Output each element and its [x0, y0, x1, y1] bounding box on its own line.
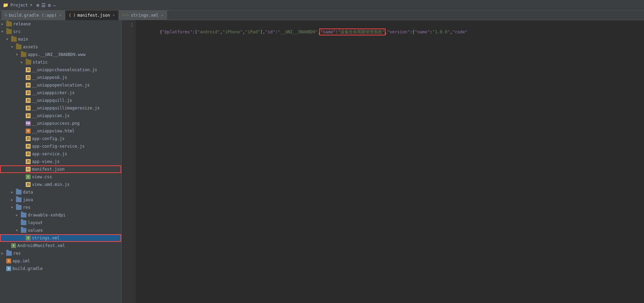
tab-strings-xml[interactable]: </> strings.xml ✕	[119, 10, 167, 20]
tree-label-uniappsuccess: __uniappsuccess.png	[32, 121, 80, 126]
tree-item-uniappopenloc[interactable]: JS__uniappopenlocation.js	[0, 81, 121, 89]
tree-item-manifest-file[interactable]: {}manifest.json	[0, 165, 121, 173]
json-name-val: "设备生命周期管理系统"	[338, 30, 385, 34]
tree-item-uniappes6[interactable]: JS__uniappes6.js	[0, 74, 121, 81]
tree-item-main[interactable]: ▼main	[0, 35, 121, 43]
folder-icon-res-top	[6, 251, 12, 256]
folder-icon-src	[6, 29, 12, 34]
folder-icon-data-folder	[16, 190, 22, 195]
folder-icon-values-folder	[21, 228, 26, 233]
folder-icon-layout-folder	[21, 220, 26, 225]
folder-icon-main	[11, 37, 17, 42]
json-platforms-key: "@platforms"	[162, 30, 192, 34]
json-arr-close: ]	[260, 30, 263, 34]
tree-label-apps-folder: apps.__UNI__3BA0BD9.www	[28, 52, 85, 57]
tree-arrow-values-folder: ▼	[16, 229, 21, 232]
tree-item-viewcss[interactable]: Cview.css	[0, 173, 121, 181]
tree-item-assets[interactable]: ▼assets	[0, 43, 121, 51]
tree-item-app-iml[interactable]: Iapp.iml	[0, 257, 121, 265]
tree-item-data-folder[interactable]: ▶data	[0, 188, 121, 196]
tree-arrow-data-folder: ▶	[11, 190, 16, 194]
tree-item-build-gradle-file[interactable]: Gbuild.gradle	[0, 265, 121, 272]
tree-item-uniappquillimageresize[interactable]: JS__uniappquillimageresize.js	[0, 104, 121, 112]
line-numbers: 1	[122, 20, 135, 303]
tree-label-appconfigservice: app-config-service.js	[32, 144, 85, 149]
json-iphone: "iPhone"	[222, 30, 242, 34]
tree-arrow-src: ▼	[1, 30, 6, 33]
tree-item-appconfig[interactable]: JSapp-config.js	[0, 135, 121, 142]
folder-icon-release	[6, 22, 12, 26]
tree-label-res-top: res	[13, 251, 21, 256]
tree-item-uniappscan[interactable]: JS__uniappscan.js	[0, 112, 121, 120]
tree-label-layout-folder: layout	[28, 220, 43, 225]
minimize-icon[interactable]: —	[53, 2, 56, 8]
tree-item-strings-file[interactable]: Xstrings.xml	[0, 234, 121, 242]
tree-item-values-folder[interactable]: ▼values	[0, 227, 121, 234]
file-icon-appconfigservice: JS	[26, 144, 31, 149]
tree-item-src[interactable]: ▼src	[0, 28, 121, 35]
tree-item-java-folder[interactable]: ▶java	[0, 196, 121, 204]
tab-build-gradle-close[interactable]: ✕	[59, 13, 61, 17]
tree-item-res-top[interactable]: ▶res	[0, 249, 121, 257]
json-name-key: "name"	[320, 30, 335, 34]
tree-arrow-res-top: ▶	[1, 252, 6, 255]
json-android: "android"	[197, 30, 220, 34]
tree-item-appservice[interactable]: JSapp-service.js	[0, 150, 121, 158]
tree-item-uniappquill[interactable]: JS__uniappquill.js	[0, 97, 121, 104]
folder-icon-drawable	[21, 213, 26, 218]
tree-label-androidmanifest: AndroidManifest.xml	[17, 243, 65, 248]
tree-label-strings-file: strings.xml	[32, 236, 59, 240]
json-version-open: {	[412, 30, 415, 34]
tree-item-release[interactable]: ▶release	[0, 20, 121, 28]
json-ver-name-key: "name"	[415, 30, 430, 34]
tab-manifest-json-close[interactable]: ✕	[113, 13, 115, 17]
xml-icon: </>	[122, 13, 129, 17]
tab-build-gradle[interactable]: G build.gradle (:app) ✕	[1, 10, 65, 20]
tree-label-appconfig: app-config.js	[32, 136, 65, 141]
file-icon-uniappchloc: JS	[26, 67, 31, 72]
gradle-icon: G	[5, 13, 7, 17]
json-id-val: "__UNI__3BA0BD9"	[278, 30, 318, 34]
json-ipad: "iPad"	[245, 30, 260, 34]
tree-item-uniappsuccess[interactable]: PNG__uniappsuccess.png	[0, 120, 121, 127]
tree-item-uniappview[interactable]: H__uniappview.html	[0, 127, 121, 135]
tab-manifest-json[interactable]: { } manifest.json ✕	[65, 10, 119, 20]
tree-item-res-folder[interactable]: ▼res	[0, 204, 121, 211]
tree-arrow-apps-folder: ▼	[16, 53, 21, 56]
line-number-1: 1	[124, 22, 133, 28]
tab-strings-xml-label: strings.xml	[131, 13, 158, 18]
file-icon-appview: JS	[26, 159, 31, 164]
tree-item-viewumd[interactable]: JSview.umd.min.js	[0, 181, 121, 188]
tree-arrow-main: ▼	[6, 38, 11, 41]
tree-label-static: static	[33, 60, 48, 65]
tree-label-res-folder: res	[23, 205, 31, 210]
file-icon-appservice: JS	[26, 152, 31, 156]
tab-strings-xml-close[interactable]: ✕	[161, 13, 163, 17]
tree-item-appview[interactable]: JSapp-view.js	[0, 158, 121, 165]
code-editor[interactable]: {"@platforms":["android","iPhone","iPad"…	[135, 20, 644, 303]
collapse-icon[interactable]: ☰	[41, 2, 46, 8]
file-icon-viewcss: C	[26, 174, 31, 179]
settings-icon[interactable]: ⚙	[48, 2, 51, 8]
tree-item-drawable[interactable]: ▶drawable-xxhdpi	[0, 211, 121, 219]
tree-label-uniappscan: __uniappscan.js	[32, 113, 69, 118]
editor-content: 1 {"@platforms":["android","iPhone","iPa…	[122, 20, 644, 303]
file-icon-strings-file: X	[26, 236, 31, 240]
tree-item-layout-folder[interactable]: layout	[0, 219, 121, 227]
title-bar-actions: ⊕ ☰ ⚙ —	[36, 2, 56, 8]
tree-item-appconfigservice[interactable]: JSapp-config-service.js	[0, 142, 121, 150]
tree-item-uniapppicker[interactable]: JS__uniapppicker.js	[0, 89, 121, 97]
json-open-brace: {	[160, 30, 162, 34]
tree-arrow-static: ▶	[21, 60, 26, 64]
tree-arrow-drawable: ▶	[16, 213, 21, 217]
json-ver-name-val: "1.0.0"	[432, 30, 450, 34]
tree-label-uniapppicker: __uniapppicker.js	[32, 90, 75, 95]
file-icon-app-iml: I	[6, 259, 11, 263]
tree-item-apps-folder[interactable]: ▼apps.__UNI__3BA0BD9.www	[0, 51, 121, 58]
tree-label-app-iml: app.iml	[13, 259, 30, 263]
tree-item-androidmanifest[interactable]: XAndroidManifest.xml	[0, 242, 121, 249]
file-icon-uniappopenloc: JS	[26, 83, 31, 88]
tree-item-static[interactable]: ▶static	[0, 58, 121, 66]
sync-icon[interactable]: ⊕	[36, 2, 39, 8]
tree-item-uniappchloc[interactable]: JS__uniappcchooselocation.js	[0, 66, 121, 74]
